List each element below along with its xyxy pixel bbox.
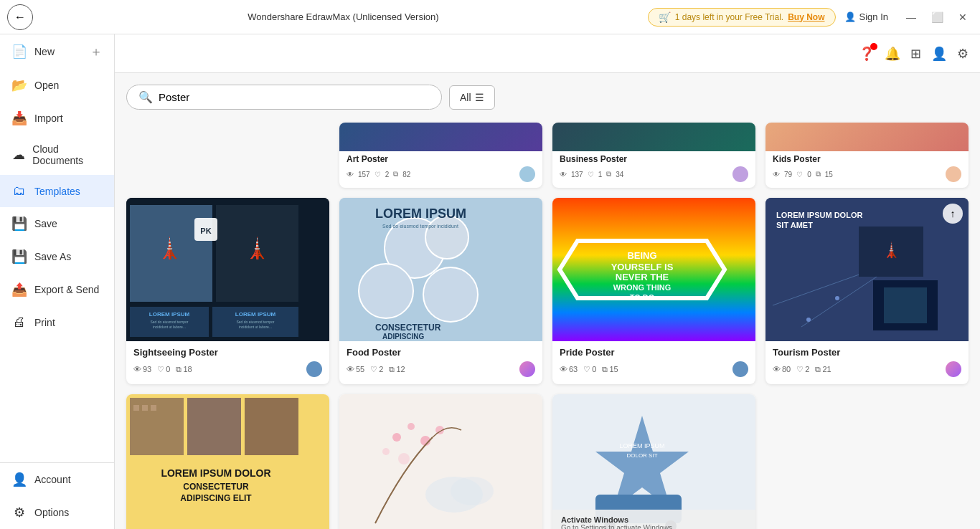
help-icon[interactable]: ❓ <box>859 46 875 62</box>
heart-icon: ♡ <box>374 171 381 178</box>
person-icon: 👤 <box>844 11 856 22</box>
search-input[interactable] <box>159 91 430 103</box>
close-button[interactable]: ✕ <box>953 7 973 27</box>
maximize-button[interactable]: ⬜ <box>927 7 947 27</box>
svg-text:LOREM IPSUM DOLOR: LOREM IPSUM DOLOR <box>161 467 270 479</box>
sightseeing-thumb: 🗼 🗼 PK LOREM IPSUM Sed do eiusmod tempor… <box>126 198 329 341</box>
back-icon: ← <box>14 11 26 24</box>
blue-star-thumb: LOREM IPSUM DOLOR SIT Activate Windows G… <box>552 394 755 529</box>
activate-title: Activate Windows <box>561 515 747 524</box>
sidebar-item-save[interactable]: 💾 Save <box>0 207 114 240</box>
header-icons: ❓ 🔔 ⊞ 👤 ⚙ <box>859 46 969 62</box>
svg-text:LOREM IPSUM: LOREM IPSUM <box>235 311 276 318</box>
template-card-business-poster[interactable]: Business Poster 👁137 ♡1 ⧉34 <box>552 123 755 188</box>
pride-stats: 👁63 ♡0 ⧉15 <box>560 361 748 377</box>
template-card-yellow[interactable]: LOREM IPSUM DOLOR CONSECTETUR ADIPISCING… <box>126 394 329 529</box>
template-card-pride[interactable]: BEING YOURSELF IS NEVER THE WRONG THING … <box>552 198 755 384</box>
copy-icon3: ⧉ <box>816 170 821 178</box>
copy-icon2: ⧉ <box>606 170 611 178</box>
sidebar-item-options[interactable]: ⚙ Options <box>0 496 114 529</box>
food-copies: ⧉12 <box>389 365 405 374</box>
sidebar-item-export[interactable]: 📤 Export & Send <box>0 273 114 306</box>
sidebar-item-new[interactable]: 📄 New ＋ <box>0 34 114 69</box>
svg-rect-44 <box>187 398 241 455</box>
minimize-button[interactable]: — <box>901 7 921 27</box>
template-card-cherry[interactable] <box>339 394 542 529</box>
search-bar[interactable]: 🔍 <box>126 85 442 110</box>
template-card-art-poster[interactable]: Art Poster 👁157 ♡2 ⧉82 <box>339 123 542 188</box>
svg-rect-39 <box>884 287 927 323</box>
card-stats-business: 👁137 ♡1 ⧉34 <box>560 166 748 182</box>
sidebar-bottom: 👤 Account ⚙ Options <box>0 462 114 529</box>
account-icon: 👤 <box>11 472 27 487</box>
svg-text:🗼: 🗼 <box>245 237 270 260</box>
svg-rect-47 <box>142 405 148 411</box>
svg-text:incididunt ut labore...: incididunt ut labore... <box>239 325 272 329</box>
template-card-tourism[interactable]: 🗼 LOREM IPSUM DOLOR SIT AMET ↑ Tourism P… <box>765 198 969 384</box>
buy-now-link[interactable]: Buy Now <box>788 12 824 22</box>
sidebar-item-templates[interactable]: 🗂 Templates <box>0 175 114 207</box>
sightseeing-stats: 👁93 ♡0 ⧉18 <box>133 361 322 377</box>
activate-subtitle: Go to Settings to activate Windows. <box>561 524 747 529</box>
eye-icon: 👁 <box>347 171 354 178</box>
import-icon: 📥 <box>11 110 27 126</box>
svg-point-18 <box>423 267 478 322</box>
sightseeing-info: Sightseeing Poster 👁93 ♡0 ⧉18 <box>126 341 329 384</box>
sidebar-label-export: Export & Send <box>34 284 99 295</box>
svg-point-58 <box>398 453 410 464</box>
sidebar-item-import[interactable]: 📥 Import <box>0 102 114 135</box>
svg-point-54 <box>407 423 415 430</box>
template-card-kids-poster[interactable]: Kids Poster 👁79 ♡0 ⧉15 <box>765 123 969 188</box>
saveas-icon: 💾 <box>11 249 27 264</box>
svg-text:CONSECTETUR: CONSECTETUR <box>183 482 249 492</box>
search-row: 🔍 All ☰ <box>126 85 969 110</box>
list-icon: ☰ <box>475 92 484 103</box>
open-icon: 📂 <box>11 77 27 93</box>
tourism-stats: 👁80 ♡2 ⧉21 <box>773 361 961 377</box>
svg-text:LOREM IPSUM: LOREM IPSUM <box>149 311 190 318</box>
pride-info: Pride Poster 👁63 ♡0 ⧉15 <box>552 341 755 384</box>
svg-rect-45 <box>245 398 298 455</box>
heart-icon2: ♡ <box>588 171 594 178</box>
header-toolbar: ❓ 🔔 ⊞ 👤 ⚙ <box>115 34 980 73</box>
notification-icon[interactable]: 🔔 <box>885 46 900 62</box>
help-badge <box>870 43 877 50</box>
sidebar-item-open[interactable]: 📂 Open <box>0 69 114 102</box>
scroll-to-top-button[interactable]: ↑ <box>943 204 963 224</box>
eye-icon2: 👁 <box>560 171 567 178</box>
all-label: All <box>460 92 471 103</box>
pride-title: Pride Poster <box>560 347 748 358</box>
svg-text:ADIPISCING ELIT: ADIPISCING ELIT <box>180 493 252 503</box>
sidebar: 📄 New ＋ 📂 Open 📥 Import ☁ Cloud Document… <box>0 34 115 529</box>
all-filter-button[interactable]: All ☰ <box>449 85 495 110</box>
pride-avatar <box>732 361 748 377</box>
tourism-avatar <box>946 361 961 377</box>
tourism-views: 👁80 <box>773 365 791 373</box>
profile-icon[interactable]: 👤 <box>931 46 947 62</box>
settings-icon[interactable]: ⚙ <box>957 46 969 62</box>
svg-text:TO DO: TO DO <box>630 293 655 302</box>
svg-text:LOREM IPSUM DOLOR: LOREM IPSUM DOLOR <box>776 211 862 219</box>
svg-rect-46 <box>133 405 139 411</box>
template-card-food[interactable]: LOREM IPSUM Sed do eiusmod tempor incidi… <box>339 198 542 384</box>
grid-icon[interactable]: ⊞ <box>910 46 921 62</box>
svg-text:LOREM IPSUM: LOREM IPSUM <box>375 206 466 221</box>
templates-icon: 🗂 <box>11 184 27 199</box>
sightseeing-avatar <box>306 361 322 377</box>
svg-text:WRONG THING: WRONG THING <box>613 283 672 292</box>
sidebar-item-print[interactable]: 🖨 Print <box>0 306 114 338</box>
svg-text:SIT AMET: SIT AMET <box>776 221 813 229</box>
pride-thumb: BEING YOURSELF IS NEVER THE WRONG THING … <box>552 198 755 341</box>
sidebar-label-print: Print <box>34 317 55 328</box>
yellow-thumb: LOREM IPSUM DOLOR CONSECTETUR ADIPISCING… <box>126 394 329 529</box>
template-card-sightseeing[interactable]: 🗼 🗼 PK LOREM IPSUM Sed do eiusmod tempor… <box>126 198 329 384</box>
main-content: 🔍 All ☰ Art Poster 👁157 ♡2 ⧉82 <box>115 73 980 529</box>
sidebar-item-saveas[interactable]: 💾 Save As <box>0 240 114 273</box>
sidebar-item-cloud[interactable]: ☁ Cloud Documents <box>0 135 114 175</box>
svg-text:LOREM IPSUM: LOREM IPSUM <box>619 442 664 449</box>
sidebar-item-account[interactable]: 👤 Account <box>0 463 114 496</box>
back-button[interactable]: ← <box>7 4 33 30</box>
card-avatar-art <box>519 166 535 182</box>
template-card-blue-star[interactable]: LOREM IPSUM DOLOR SIT Activate Windows G… <box>552 394 755 529</box>
sign-in-button[interactable]: 👤 Sign In <box>844 11 888 22</box>
